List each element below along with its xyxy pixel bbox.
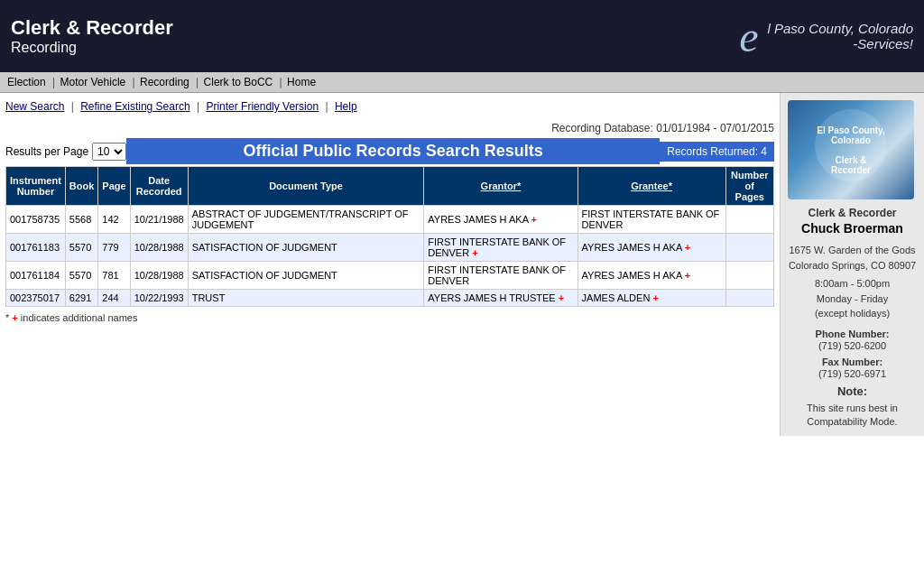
col-instrument: InstrumentNumber: [6, 167, 66, 206]
table-cell: FIRST INTERSTATE BANK OF DENVER: [578, 206, 725, 234]
col-doc-type: Document Type: [188, 167, 424, 206]
table-cell: 001761184: [6, 262, 66, 290]
e-logo-icon: e: [739, 12, 758, 61]
table-cell: 10/21/1988: [130, 206, 188, 234]
table-cell: [725, 262, 773, 290]
grantor-sort-link[interactable]: Grantor*: [481, 181, 522, 191]
table-cell: FIRST INTERSTATE BANK OF DENVER +: [424, 234, 578, 262]
table-cell: 6291: [65, 290, 98, 307]
nav-motor-vehicle[interactable]: Motor Vehicle: [60, 76, 126, 88]
table-cell: AYRES JAMES H AKA +: [578, 262, 725, 290]
sidebar-logo: El Paso County, Colorado Clerk & Recorde…: [788, 100, 914, 199]
table-cell: 001761183: [6, 234, 66, 262]
nav-election[interactable]: Election: [7, 76, 46, 88]
table-cell: 5570: [65, 262, 98, 290]
sidebar: El Paso County, Colorado Clerk & Recorde…: [780, 93, 924, 436]
table-cell: 244: [98, 290, 130, 307]
table-cell: AYRES JAMES H AKA +: [424, 206, 578, 234]
header-title-block: Clerk & Recorder Recording: [11, 16, 173, 56]
fax-value: (719) 520-6971: [788, 368, 917, 379]
table-cell: 5570: [65, 234, 98, 262]
table-cell: 779: [98, 234, 130, 262]
table-row[interactable]: 001761184557078110/28/1988SATISFACTION O…: [6, 262, 774, 290]
results-title: Official Public Records Search Results: [126, 138, 660, 164]
col-grantor: Grantor*: [424, 167, 578, 206]
page-header: Clerk & Recorder Recording e l Paso Coun…: [0, 0, 924, 72]
table-cell: ABSTRACT OF JUDGEMENT/TRANSCRIPT OF JUDG…: [188, 206, 424, 234]
table-cell: [725, 206, 773, 234]
table-cell: FIRST INTERSTATE BANK OF DENVER: [424, 262, 578, 290]
results-bar: Results per Page 10 25 50 Official Publi…: [5, 138, 774, 164]
col-grantee: Grantee*: [578, 167, 725, 206]
sidebar-hours: 8:00am - 5:00pm Monday - Friday (except …: [788, 276, 917, 321]
col-book: Book: [65, 167, 98, 206]
printer-friendly-link[interactable]: Printer Friendly Version: [206, 100, 319, 113]
help-link[interactable]: Help: [335, 100, 357, 113]
table-cell: JAMES ALDEN +: [578, 290, 725, 307]
note-title: Note:: [788, 384, 917, 398]
table-cell: [725, 290, 773, 307]
sidebar-name: Chuck Broerman: [788, 221, 917, 236]
results-table: InstrumentNumber Book Page DateRecorded …: [5, 166, 774, 307]
table-cell: 10/22/1993: [130, 290, 188, 307]
grantee-sort-link[interactable]: Grantee*: [631, 181, 672, 191]
table-row[interactable]: 002375017629124410/22/1993TRUSTAYERS JAM…: [6, 290, 774, 307]
table-cell: TRUST: [188, 290, 424, 307]
table-cell: 10/28/1988: [130, 262, 188, 290]
table-row[interactable]: 001761183557077910/28/1988SATISFACTION O…: [6, 234, 774, 262]
per-page-label: Results per Page: [5, 145, 88, 158]
table-cell: AYRES JAMES H AKA +: [578, 234, 725, 262]
table-cell: AYERS JAMES H TRUSTEE +: [424, 290, 578, 307]
content-wrapper: New Search | Refine Existing Search | Pr…: [0, 93, 924, 436]
sidebar-dept: Clerk & Recorder: [788, 207, 917, 219]
table-cell: 001758735: [6, 206, 66, 234]
table-footnote: * + indicates additional names: [5, 312, 774, 323]
col-page: Page: [98, 167, 130, 206]
per-page-select[interactable]: 10 25 50: [92, 143, 126, 161]
county-label: l Paso County, Colorado -Services!: [768, 21, 913, 51]
table-cell: [725, 234, 773, 262]
table-cell: SATISFACTION OF JUDGMENT: [188, 262, 424, 290]
new-search-link[interactable]: New Search: [5, 100, 64, 113]
table-row[interactable]: 001758735556814210/21/1988ABSTRACT OF JU…: [6, 206, 774, 234]
site-subtitle: Recording: [11, 40, 173, 56]
nav-recording[interactable]: Recording: [140, 76, 189, 88]
site-title: Clerk & Recorder: [11, 16, 173, 40]
search-links-bar: New Search | Refine Existing Search | Pr…: [5, 100, 774, 113]
nav-clerk-to-bocc[interactable]: Clerk to BoCC: [204, 76, 273, 88]
note-text: This site runs best in Compatability Mod…: [788, 402, 917, 430]
table-cell: 781: [98, 262, 130, 290]
nav-home[interactable]: Home: [287, 76, 316, 88]
col-num-pages: Numberof Pages: [725, 167, 773, 206]
sidebar-logo-text: El Paso County, Colorado Clerk & Recorde…: [813, 122, 888, 179]
col-date: DateRecorded: [130, 167, 188, 206]
refine-search-link[interactable]: Refine Existing Search: [80, 100, 189, 113]
nav-bar: Election | Motor Vehicle | Recording | C…: [0, 72, 924, 93]
table-cell: 002375017: [6, 290, 66, 307]
table-cell: 5568: [65, 206, 98, 234]
records-returned: Records Returned: 4: [660, 142, 774, 162]
header-logo-block: e l Paso County, Colorado -Services!: [739, 12, 913, 61]
sidebar-address: 1675 W. Garden of the Gods Colorado Spri…: [788, 243, 917, 273]
table-cell: 10/28/1988: [130, 234, 188, 262]
db-info: Recording Database: 01/01/1984 - 07/01/2…: [5, 122, 774, 134]
table-cell: SATISFACTION OF JUDGMENT: [188, 234, 424, 262]
phone-value: (719) 520-6200: [788, 340, 917, 351]
phone-label: Phone Number:: [788, 329, 917, 339]
fax-label: Fax Number:: [788, 356, 917, 367]
main-content: New Search | Refine Existing Search | Pr…: [0, 93, 780, 436]
table-cell: 142: [98, 206, 130, 234]
